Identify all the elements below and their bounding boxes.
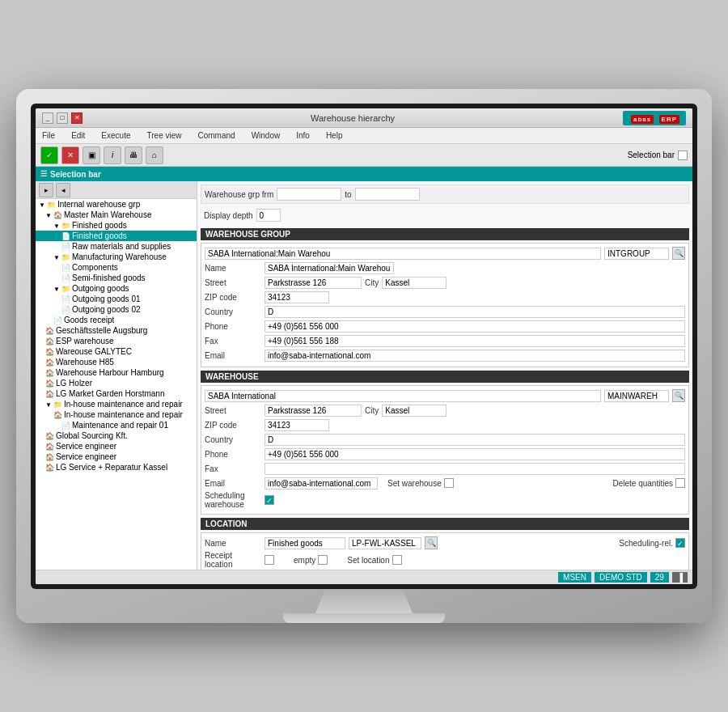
wh-search-button[interactable]: 🔍	[672, 389, 685, 402]
tree-item-17[interactable]: 🏠LG Holzer	[36, 378, 197, 388]
wg-city-field[interactable]: Kassel	[382, 277, 447, 289]
tree-item-0[interactable]: ▼📁Internal warehouse grp	[36, 199, 197, 210]
wh-fax-field[interactable]	[265, 463, 685, 475]
monitor-button[interactable]: ▣	[83, 146, 100, 164]
wh-zip-field[interactable]: 34123	[265, 419, 329, 431]
loc-name-field[interactable]: Finished goods	[265, 537, 345, 549]
status-bar: MSEN DEMO STD 29 ▐	[36, 570, 692, 584]
tree-item-13[interactable]: 🏠ESP warehouse	[36, 336, 197, 346]
tree-item-2[interactable]: ▼📁Finished goods	[36, 220, 197, 231]
tree-item-7[interactable]: 📄Semi-finished goods	[36, 273, 197, 283]
title-bar: _ □ ✕ Warehouse hierarchy abas ERP	[36, 108, 692, 128]
tree-item-15[interactable]: 🏠Warehouse H85	[36, 357, 197, 367]
wg-phone-field[interactable]: +49 (0)561 556 000	[265, 320, 685, 333]
receipt-location-label: Receipt location	[205, 551, 261, 569]
tree-item-20[interactable]: 🏠In-house maintenance and repair	[36, 409, 197, 420]
tree-item-14[interactable]: 🏠Wareouse GALYTEC	[36, 346, 197, 357]
tree-item-1[interactable]: ▼🏠Master Main Warehouse	[36, 210, 197, 220]
warehouse-group-section: INTGROUP 🔍 Name SABA International:Main …	[201, 243, 689, 367]
sidebar-btn-1[interactable]: ▸	[39, 183, 53, 197]
tree-item-22[interactable]: 🏠Global Sourcing Kft.	[36, 430, 197, 441]
wh-phone-field[interactable]: +49 (0)561 556 000	[265, 448, 685, 460]
wh-phone-label: Phone	[205, 450, 261, 459]
tree-item-10[interactable]: 📄Outgoing goods 02	[36, 304, 197, 315]
print-button[interactable]: 🖶	[125, 146, 142, 164]
wh-country-field[interactable]: D	[265, 434, 685, 446]
wg-name-field[interactable]: SABA International:Main Warehouse	[265, 262, 394, 274]
menu-info[interactable]: Info	[293, 129, 313, 142]
tree-item-16[interactable]: 🏠Warehouse Harbour Hamburg	[36, 367, 197, 378]
wh-fax-row: Fax	[205, 462, 685, 475]
menu-window[interactable]: Window	[248, 129, 284, 142]
wg-country-row: Country D	[205, 305, 685, 318]
selection-bar-checkbox[interactable]	[678, 150, 688, 160]
loc-id-input[interactable]: LP-FWL-KASSEL	[349, 537, 421, 549]
wh-id-row: MAINWAREH 🔍	[205, 389, 685, 402]
cancel-button[interactable]: ✕	[61, 146, 79, 164]
set-warehouse-checkbox[interactable]	[444, 478, 454, 488]
tree-item-21[interactable]: 📄Maintenance and repair 01	[36, 420, 197, 430]
wg-fax-row: Fax +49 (0)561 556 188	[205, 334, 685, 347]
close-button[interactable]: ✕	[71, 112, 83, 124]
check-button[interactable]: ✓	[40, 146, 58, 164]
wg-name-display[interactable]	[205, 248, 601, 260]
tree-item-3[interactable]: 📄Finished goods	[36, 231, 197, 241]
wh-city-field[interactable]: Kassel	[382, 405, 447, 417]
wg-country-field[interactable]: D	[265, 306, 685, 318]
wg-name-row: Name SABA International:Main Warehouse	[205, 261, 685, 274]
wg-fax-field[interactable]: +49 (0)561 556 188	[265, 335, 685, 347]
menu-help[interactable]: Help	[323, 129, 346, 142]
warehouse-grp-frm-input[interactable]	[277, 188, 341, 201]
info-button[interactable]: i	[104, 146, 121, 164]
receipt-location-checkbox[interactable]	[265, 555, 274, 565]
empty-checkbox[interactable]	[318, 555, 328, 565]
set-location-wrapper: Set location	[347, 555, 401, 565]
tree-item-24[interactable]: 🏠Service engineer	[36, 451, 197, 462]
wh-name-display[interactable]	[205, 390, 601, 402]
menu-execute[interactable]: Execute	[98, 129, 133, 142]
wg-id-row: INTGROUP 🔍	[205, 247, 685, 260]
tree-item-8[interactable]: ▼📁Outgoing goods	[36, 283, 197, 294]
scheduling-warehouse-row: Scheduling warehouse	[205, 491, 685, 509]
tree-item-9[interactable]: 📄Outgoing goods 01	[36, 294, 197, 304]
wg-zip-field[interactable]: 34123	[265, 291, 329, 303]
scheduling-rel-wrapper: Scheduling-rel.	[619, 538, 685, 548]
tree-item-19[interactable]: ▼📁In-house maintenance and repair	[36, 399, 197, 409]
home-button[interactable]: ⌂	[146, 146, 163, 164]
set-location-checkbox[interactable]	[392, 555, 402, 565]
tree-item-18[interactable]: 🏠LG Market Garden Horstmann	[36, 388, 197, 399]
wg-search-button[interactable]: 🔍	[672, 247, 685, 260]
tree-item-5[interactable]: ▼📁Manufacturing Warehouse	[36, 252, 197, 262]
wh-email-field[interactable]: info@saba-international.com	[265, 477, 378, 490]
menu-edit[interactable]: Edit	[68, 129, 88, 142]
scheduling-rel-checkbox[interactable]	[675, 538, 685, 548]
warehouse-grp-to-input[interactable]	[355, 188, 420, 201]
menu-command[interactable]: Command	[194, 129, 238, 142]
wg-id-input[interactable]: INTGROUP	[604, 248, 669, 260]
set-warehouse-wrapper: Set warehouse	[387, 478, 454, 488]
minimize-button[interactable]: _	[42, 112, 53, 124]
empty-label: empty	[294, 556, 315, 565]
wh-street-label: Street	[205, 406, 261, 415]
scheduling-warehouse-checkbox[interactable]	[265, 495, 274, 505]
sidebar-btn-2[interactable]: ◂	[56, 183, 70, 197]
tree-item-11[interactable]: 📄Goods receipt	[36, 315, 197, 325]
location-section: Name Finished goods LP-FWL-KASSEL 🔍 Sche…	[201, 532, 689, 570]
display-depth-input[interactable]: 0	[256, 209, 281, 222]
maximize-button[interactable]: □	[57, 112, 68, 124]
right-panel: Warehouse grp frm to Display depth 0 WAR…	[197, 181, 692, 570]
wh-email-row: Email info@saba-international.com Set wa…	[205, 477, 685, 490]
tree-item-12[interactable]: 🏠Geschäftsstelle Augsburg	[36, 325, 197, 336]
menu-treeview[interactable]: Tree view	[144, 129, 185, 142]
tree-item-6[interactable]: 📄Components	[36, 262, 197, 273]
tree-item-23[interactable]: 🏠Service engineer	[36, 441, 197, 451]
wh-street-field[interactable]: Parkstrasse 126	[265, 405, 362, 417]
tree-item-4[interactable]: 📄Raw materials and supplies	[36, 241, 197, 252]
wg-street-field[interactable]: Parkstrasse 126	[265, 277, 362, 289]
wh-id-input[interactable]: MAINWAREH	[604, 390, 669, 402]
menu-file[interactable]: File	[39, 129, 58, 142]
wg-email-field[interactable]: info@saba-international.com	[265, 350, 685, 362]
tree-item-25[interactable]: 🏠LG Service + Reparatur Kassel	[36, 462, 197, 473]
delete-quantities-checkbox[interactable]	[675, 478, 685, 488]
loc-search-button[interactable]: 🔍	[425, 536, 438, 549]
